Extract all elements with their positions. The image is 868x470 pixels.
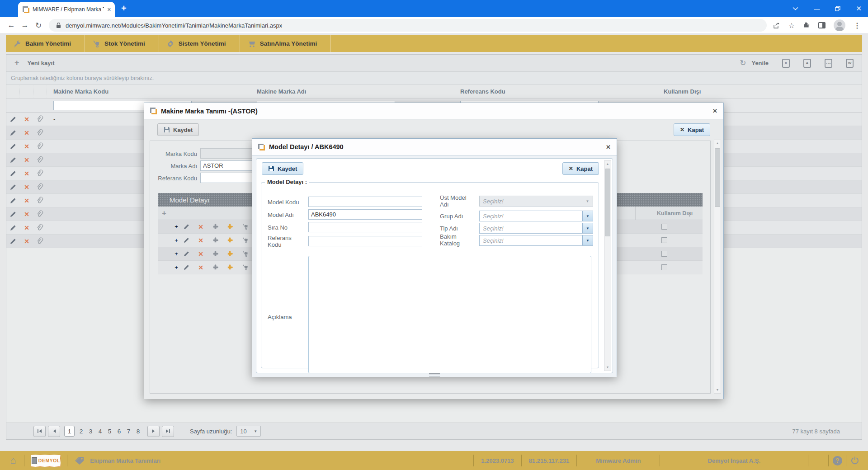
chevron-down-icon[interactable]: ▼ (582, 223, 593, 233)
kullanim-disi-checkbox[interactable] (661, 224, 667, 230)
column-header-marka-kodu[interactable]: Makine Marka Kodu (47, 88, 250, 95)
edit-pencil-icon[interactable] (6, 167, 20, 180)
puzzle-yellow-icon[interactable] (225, 263, 235, 273)
delete-x-icon[interactable]: ✕ (20, 221, 33, 234)
handtruck-icon[interactable] (240, 235, 250, 245)
column-header-marka-adi[interactable]: Makine Marka Adı (250, 88, 454, 95)
new-record-button[interactable]: Yeni kayıt (28, 60, 55, 66)
delete-x-icon[interactable]: ✕ (20, 126, 33, 139)
bookmark-star-icon[interactable]: ☆ (788, 21, 795, 30)
kullanim-disi-checkbox[interactable] (661, 251, 667, 257)
modal-scrollbar[interactable]: ▲ ▼ (714, 140, 721, 394)
puzzle-gray-icon[interactable] (210, 249, 220, 259)
delete-x-icon[interactable]: ✕ (20, 194, 33, 207)
export-xlsx-icon[interactable]: X (782, 59, 790, 68)
bakim-katalog-select[interactable]: Seçiniz! ▼ (479, 235, 593, 246)
profile-avatar[interactable] (834, 19, 845, 31)
attachment-paperclip-icon[interactable] (33, 207, 47, 221)
browser-menu-dots-icon[interactable]: ⋮ (854, 21, 861, 30)
pager-page[interactable]: 7 (124, 428, 133, 435)
pager-page[interactable]: 8 (133, 428, 143, 435)
menu-satinalma-yonetimi[interactable]: SatınAlma Yönetimi (240, 35, 331, 52)
pager-last-icon[interactable] (162, 426, 174, 437)
modal-titlebar[interactable]: Makine Marka Tanımı -(ASTOR) ✕ (144, 103, 723, 119)
kaydet-button[interactable]: Kaydet (262, 162, 303, 175)
back-icon[interactable]: ← (5, 21, 18, 30)
attachment-paperclip-icon[interactable] (33, 221, 47, 234)
side-panel-icon[interactable] (818, 22, 826, 28)
modal-resize-handle[interactable] (429, 373, 440, 376)
delete-x-icon[interactable]: ✕ (20, 207, 33, 221)
browser-tab[interactable]: MIMWARE / Ekipman Marka Tanı ✕ (18, 2, 115, 17)
scroll-up-icon[interactable]: ▲ (716, 140, 719, 146)
puzzle-gray-icon[interactable] (210, 222, 220, 232)
scroll-up-icon[interactable]: ▲ (606, 161, 609, 167)
puzzle-yellow-icon[interactable] (225, 222, 235, 232)
column-header-kullanim-disi[interactable]: Kullanım Dışı (657, 210, 693, 216)
pager-first-icon[interactable] (33, 426, 46, 437)
edit-pencil-icon[interactable] (181, 235, 191, 245)
scroll-thumb[interactable] (605, 169, 610, 236)
home-icon[interactable]: ⌂ (10, 455, 16, 466)
window-restore-icon[interactable] (835, 6, 840, 11)
kaydet-button[interactable]: Kaydet (157, 123, 199, 136)
kapat-button[interactable]: ✕ Kapat (674, 123, 710, 136)
export-word-icon[interactable]: W (846, 59, 854, 68)
delete-x-icon[interactable]: ✕ (196, 235, 206, 245)
delete-x-icon[interactable]: ✕ (196, 222, 206, 232)
edit-pencil-icon[interactable] (6, 140, 20, 153)
menu-sistem-yonetimi[interactable]: Sistem Yönetimi (159, 35, 240, 52)
help-button[interactable]: ? (829, 456, 846, 465)
scroll-thumb[interactable] (715, 148, 720, 207)
modal-close-icon[interactable]: ✕ (712, 108, 717, 114)
chevron-down-icon[interactable]: ▼ (582, 235, 593, 245)
share-icon[interactable] (773, 22, 780, 29)
puzzle-gray-icon[interactable] (210, 235, 220, 245)
scroll-down-icon[interactable]: ▼ (716, 387, 719, 393)
window-menu-chevron-icon[interactable] (793, 7, 798, 10)
handtruck-icon[interactable] (240, 222, 250, 232)
attachment-paperclip-icon[interactable] (33, 167, 47, 180)
delete-x-icon[interactable]: ✕ (20, 235, 33, 248)
chevron-down-icon[interactable]: ▼ (582, 211, 593, 221)
edit-pencil-icon[interactable] (6, 180, 20, 193)
delete-x-icon[interactable]: ✕ (20, 113, 33, 126)
export-pdf-icon[interactable]: A (803, 59, 811, 68)
pager-page[interactable]: 4 (95, 428, 105, 435)
pager-page[interactable]: 5 (105, 428, 114, 435)
puzzle-yellow-icon[interactable] (225, 249, 235, 259)
sira-no-input[interactable] (308, 222, 422, 232)
kullanim-disi-checkbox[interactable] (661, 264, 667, 270)
pager-page[interactable]: 2 (76, 428, 86, 435)
page-length-select[interactable]: 10 ▼ (236, 426, 261, 437)
handtruck-icon[interactable] (240, 249, 250, 259)
attachment-paperclip-icon[interactable] (33, 194, 47, 207)
referans-kodu-input[interactable] (308, 236, 422, 246)
pager-page[interactable]: 6 (114, 428, 124, 435)
modal-titlebar[interactable]: Model Detayı / ABK6490 ✕ (252, 139, 617, 155)
window-close-icon[interactable]: ✕ (856, 5, 862, 13)
add-icon[interactable]: + (171, 249, 181, 259)
scroll-down-icon[interactable]: ▼ (606, 364, 609, 371)
attachment-paperclip-icon[interactable] (33, 126, 47, 139)
aciklama-textarea[interactable] (308, 256, 591, 373)
refresh-button[interactable]: ↻ Yenile (740, 58, 769, 68)
edit-pencil-icon[interactable] (6, 194, 20, 207)
menu-stok-yonetimi[interactable]: Stok Yönetimi (85, 35, 159, 52)
tab-close-icon[interactable]: ✕ (107, 7, 111, 13)
attachment-paperclip-icon[interactable] (33, 180, 47, 193)
delete-x-icon[interactable]: ✕ (20, 140, 33, 153)
edit-pencil-icon[interactable] (181, 263, 191, 273)
delete-x-icon[interactable]: ✕ (196, 263, 206, 273)
attachment-paperclip-icon[interactable] (33, 235, 47, 248)
add-icon[interactable]: + (171, 235, 181, 245)
add-icon[interactable]: + (171, 263, 181, 273)
new-tab-button[interactable]: + (121, 4, 127, 13)
delete-x-icon[interactable]: ✕ (20, 180, 33, 193)
modal-close-icon[interactable]: ✕ (606, 144, 611, 150)
delete-x-icon[interactable]: ✕ (20, 167, 33, 180)
pager-page-current[interactable]: 1 (64, 426, 75, 437)
window-minimize-icon[interactable]: — (814, 5, 820, 12)
puzzle-yellow-icon[interactable] (225, 235, 235, 245)
pager-next-icon[interactable] (147, 426, 160, 437)
